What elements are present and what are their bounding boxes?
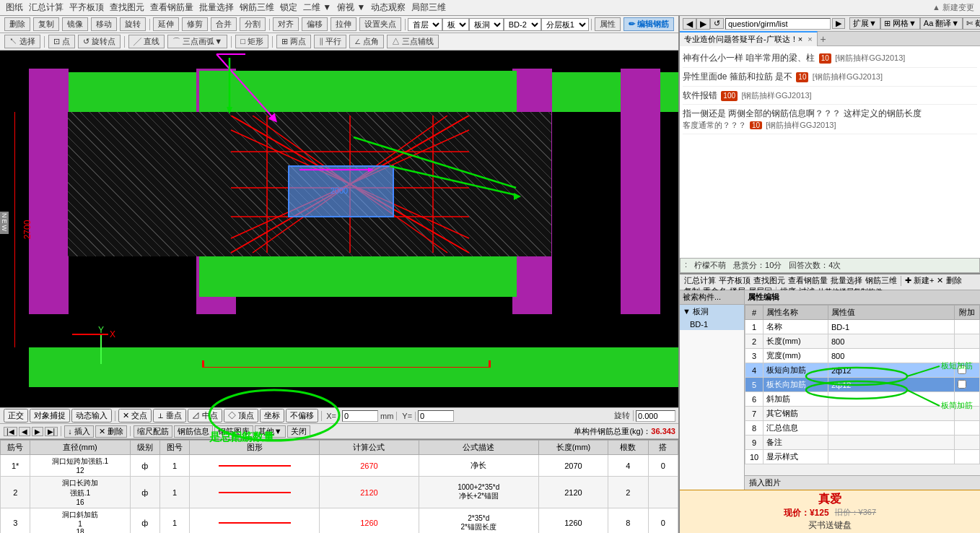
coord-btn[interactable]: 坐标 [260,409,284,422]
twopoint-btn[interactable]: ⊞ 两点 [276,35,311,48]
prop-row-8[interactable]: 8 汇总信息 [745,421,980,436]
property-btn[interactable]: 属性 [595,17,621,31]
prop-row-9[interactable]: 9 备注 [745,436,980,450]
close-rebar-btn[interactable]: 关闭 [287,425,310,438]
go-btn[interactable]: ▶ [832,18,845,29]
prop-row-10[interactable]: 10 显示样式 [745,450,980,464]
next-btn[interactable]: ▶ [32,427,43,436]
screenshot-btn[interactable]: ✄ 截图▼ [963,17,980,30]
dynamic-input-btn[interactable]: 动态输入 [71,409,112,422]
menu-item-chazhao[interactable]: 查找图元 [110,1,144,14]
menu-item-piliang[interactable]: 批量选择 [199,1,234,14]
rotate-input[interactable] [636,410,675,422]
forward-btn[interactable]: ▶ [696,18,710,30]
menu-item-guzhi[interactable]: 汇总计算 [29,1,64,14]
tree-item-board[interactable]: ▼ 板洞 [680,305,744,318]
insert-image-btn[interactable]: 插入图片 [745,475,980,490]
question-item-1[interactable]: 神有什么小一样 咱半常用的梁、柱 10 [钢筋抽样GGJ2013] [683,49,977,68]
first-btn[interactable]: |◀ [4,427,17,436]
angle-btn[interactable]: ∠ 点角 [349,35,384,48]
floor-select[interactable]: 首层 [408,18,442,31]
delete-btn[interactable]: 删除 [4,17,30,31]
menu-item-ditu[interactable]: 图纸 [6,1,23,14]
prop-row-6[interactable]: 6 斜加筋 [745,392,980,407]
other-btn[interactable]: 其他▼ [255,425,286,438]
arc-tool-btn[interactable]: ⌒ 三点画弧▼ [167,35,227,48]
question-list[interactable]: 神有什么小一样 咱半常用的梁、柱 10 [钢筋抽样GGJ2013] 异性里面de… [680,46,980,258]
rect-tool-btn[interactable]: □ 矩形 [235,35,268,48]
prop-toolbar-3d[interactable]: 钢筋三维 [865,275,897,286]
rebar-row-3[interactable]: 3 洞口斜加筋118 ф 1 1260 2*35*d2*锚固长度 1260 8 … [1,508,678,534]
prop-row-3[interactable]: 3 宽度(mm) 800 [745,349,980,363]
copy-btn[interactable]: 复制 [33,17,59,31]
x-input[interactable] [342,410,378,422]
intersection-btn[interactable]: ✕ 交点 [118,409,152,422]
menu-item-suoding[interactable]: 锁定 [280,1,297,14]
extra-check-5[interactable] [958,380,966,389]
rebar-lib-btn[interactable]: 钢筋图库 [214,425,253,438]
extend-btn[interactable]: 延伸 [153,17,179,31]
question-item-2[interactable]: 异性里面de 箍筋和拉筋 是不 10 [钢筋抽样GGJ2013] [683,68,977,87]
last-btn[interactable]: ▶| [45,427,58,436]
rebar-row-1[interactable]: 1* 洞口短跨加强筋.112 ф 1 2670 净长 2070 4 0 [1,455,678,477]
midpoint-btn[interactable]: ⊿ 中点 [188,409,222,422]
prop-toolbar-del[interactable]: ✕ 删除 [937,275,961,286]
move-btn[interactable]: 移动 [91,17,117,31]
prev-btn[interactable]: ◀ [19,427,30,436]
delete-rebar-btn[interactable]: ✕ 删除 [95,425,127,438]
align-btn[interactable]: 对齐 [273,17,299,31]
tree-item-bd1[interactable]: BD-1 [680,318,744,330]
point-tool-btn[interactable]: ⊡ 点 [48,35,75,48]
menu-item-erwei[interactable]: 二维 ▼ [303,1,331,14]
menu-item-fushi[interactable]: 俯视 ▼ [337,1,365,14]
no-offset-btn[interactable]: 不偏移 [286,409,318,422]
rotate-btn[interactable]: 旋转 [120,17,146,31]
sublayer-select[interactable]: 分层板1 [541,18,589,31]
elem-type-select[interactable]: 板 [442,18,469,31]
extra-check-4[interactable] [958,365,966,374]
prop-row-2[interactable]: 2 长度(mm) 800 [745,334,980,349]
prop-toolbar-new[interactable]: ✚ 新建+ [905,275,934,286]
prop-toolbar-find[interactable]: 查找图元 [753,275,785,286]
menu-item-gangji[interactable]: 查看钢筋量 [150,1,193,14]
question-item-4[interactable]: 指一侧还是 两侧全部的钢筋信息啊？？？ 这样定义的钢筋长度 客度通常的？？？ 1… [683,105,977,134]
gridview-btn[interactable]: ⊞ 网格▼ [880,17,920,30]
merge-btn[interactable]: 合并 [211,17,237,31]
y-input[interactable] [418,410,454,422]
back-btn[interactable]: ◀ [683,18,696,30]
url-input[interactable] [725,18,831,30]
prop-row-7[interactable]: 7 其它钢筋 [745,407,980,421]
tab-close-btn[interactable]: × [808,35,812,43]
prop-row-5[interactable]: 5 板长向加筋 2ф12 [745,378,980,392]
prop-row-1[interactable]: 1 名称 BD-1 [745,320,980,334]
new-tab-btn[interactable]: + [818,33,829,45]
parallel-btn[interactable]: ∥ 平行 [314,35,346,48]
prop-toolbar-calc[interactable]: 汇总计算 [684,275,716,286]
snap-btn[interactable]: 对象捕捉 [30,409,70,422]
trim-btn[interactable]: 修剪 [182,17,208,31]
elem-name-select[interactable]: 板洞 [469,18,504,31]
anchor-btn[interactable]: 设置夹点 [359,17,401,31]
prop-toolbar-pinq[interactable]: 平齐板顶 [719,275,751,286]
edit-rebar-btn[interactable]: ✏ 编辑钢筋 [624,17,674,31]
menu-item-gangsan[interactable]: 钢筋三维 [240,1,274,14]
vertex-btn[interactable]: ◇ 顶点 [224,409,258,422]
select-tool-btn[interactable]: ↖ 选择 [4,35,40,48]
perpendicular-btn[interactable]: ⊥ 垂点 [153,409,186,422]
scale-rebar-btn[interactable]: 缩尺配筋 [134,425,172,438]
offset-btn[interactable]: 偏移 [302,17,328,31]
prop-row-4[interactable]: 4 板短向加筋 2ф12 [745,363,980,378]
insert-btn[interactable]: ↓ 插入 [64,425,94,438]
menu-item-dongtai[interactable]: 动态观察 [371,1,406,14]
expand-btn[interactable]: 扩展▼ [849,17,880,30]
rebar-row-2[interactable]: 2 洞口长跨加强筋.116 ф 1 2120 1000+2*35*d净长+2*锚… [1,477,678,508]
rotate-point-btn[interactable]: ↺ 旋转点 [78,35,121,48]
translate-btn[interactable]: Aa 翻译▼ [920,17,963,30]
menu-item-pinqi[interactable]: 平齐板顶 [69,1,104,14]
tab-question[interactable]: 专业造价问题答疑平台-广联达！× × [680,31,818,46]
mirror-btn[interactable]: 镜像 [62,17,88,31]
threeline-btn[interactable]: △ 三点辅线 [387,35,439,48]
question-item-3[interactable]: 软件报错 100 [钢筋抽样GGJ2013] [683,87,977,105]
refresh-btn[interactable]: ↺ [710,18,724,29]
divide-btn[interactable]: 分割 [240,17,266,31]
